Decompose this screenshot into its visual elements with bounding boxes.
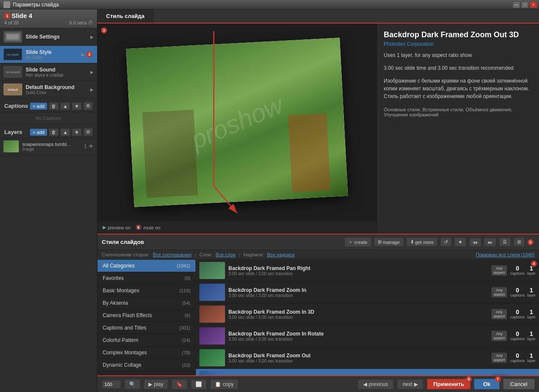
- fullscreen-button[interactable]: ⬜: [191, 379, 207, 389]
- category-item[interactable]: Favorites(0): [98, 272, 195, 285]
- next-button[interactable]: next ▶: [397, 379, 424, 389]
- badge-6: 6: [466, 376, 472, 382]
- style-description-ru: Изображение с белыми краями на фоне свое…: [384, 77, 532, 100]
- title-bar-title: Параметры слайда: [13, 2, 59, 8]
- category-count: (6): [185, 313, 190, 318]
- style-list-item[interactable]: Backdrop Dark Framed Pan Right 3.00 sec …: [196, 260, 539, 282]
- layer-label: layer: [527, 293, 536, 297]
- list-item[interactable]: snapwiresnaps.tumbl... Image 1 👁: [0, 138, 97, 155]
- star-icon: ★: [458, 239, 462, 245]
- title-bar: Параметры слайда — □ ×: [0, 0, 539, 9]
- style-item-name: Backdrop Dark Framed Zoom Out 3D: [228, 374, 492, 376]
- style-list-item[interactable]: Backdrop Dark Framed Zoom Out 3.00 sec s…: [196, 347, 539, 369]
- cancel-button[interactable]: Cancel: [503, 379, 535, 389]
- slide-position: 4 of 20: [4, 20, 19, 25]
- layer-label: layer: [527, 337, 536, 341]
- add-caption-button[interactable]: + add: [30, 103, 47, 110]
- refresh-button[interactable]: ↺: [440, 238, 452, 246]
- filter-captions-value[interactable]: Все надписи: [267, 252, 295, 257]
- filter-aspect-value[interactable]: Все соотношения: [153, 252, 191, 257]
- create-style-button[interactable]: ＋ create: [344, 237, 371, 247]
- badge-2: 2: [86, 51, 92, 57]
- eye-icon[interactable]: 👁: [89, 143, 94, 149]
- move-caption-up-button[interactable]: ▲: [60, 102, 70, 110]
- layer-count: 1: [530, 309, 533, 315]
- next-style-button[interactable]: ⏭: [484, 238, 496, 246]
- default-bg-item[interactable]: default Default Background Solid Color ▶: [0, 81, 97, 98]
- category-item[interactable]: Complex Montages(78): [98, 347, 195, 359]
- category-item[interactable]: All Categories(1041): [98, 260, 195, 272]
- no-sound-badge: no sound: [6, 70, 20, 74]
- manage-styles-button[interactable]: ⊞ manage: [374, 238, 404, 246]
- move-layer-down-button[interactable]: ▼: [72, 128, 82, 136]
- category-name: Colorful Pattern: [103, 337, 138, 343]
- preview-on-button[interactable]: ▶ preview on: [103, 225, 130, 230]
- right-panel: Стиль слайда 3 proshow: [98, 9, 539, 392]
- slide-preview: proshow: [126, 38, 348, 207]
- style-item-meta: 3.00 sec slide / 3.00 sec transition: [228, 315, 492, 320]
- copy-button[interactable]: 📋 copy: [210, 379, 238, 389]
- style-tags: Основные стили, Встроенные стили, Объёмн…: [384, 107, 532, 117]
- caption-settings-button[interactable]: ⚙: [83, 102, 93, 110]
- move-caption-down-button[interactable]: ▼: [72, 102, 82, 110]
- previous-button[interactable]: ◀ previous: [358, 379, 394, 389]
- minimize-button[interactable]: —: [512, 1, 520, 8]
- close-button[interactable]: ×: [530, 1, 537, 8]
- delete-caption-button[interactable]: 🗑: [49, 102, 59, 110]
- category-item[interactable]: Basic Montages(116): [98, 285, 195, 297]
- style-item-meta: 3.00 sec slide / 3.00 sec transition: [228, 293, 492, 298]
- maximize-button[interactable]: □: [521, 1, 529, 8]
- settings-thumb-icon: [3, 31, 22, 43]
- category-item[interactable]: Dynamic Collage(10): [98, 359, 195, 371]
- category-item[interactable]: Camera Flash Effects(6): [98, 309, 195, 322]
- category-item[interactable]: By Aksenia(54): [98, 297, 195, 309]
- favorite-button[interactable]: ★: [454, 238, 466, 246]
- category-name: Captions and Titles: [103, 325, 146, 331]
- mute-on-button[interactable]: 🔇 mute on: [136, 225, 160, 230]
- preview-canvas: proshow: [98, 24, 376, 221]
- style-item-name: Backdrop Dark Framed Zoom In: [228, 287, 492, 293]
- category-item[interactable]: Captions and Titles(301): [98, 322, 195, 334]
- add-layer-button[interactable]: + add: [30, 129, 47, 136]
- download-icon: ⬇: [410, 239, 414, 245]
- tab-slide-style[interactable]: Стиль слайда: [98, 9, 154, 24]
- sound-title: Slide Sound: [26, 67, 90, 73]
- move-layer-up-button[interactable]: ▲: [60, 128, 70, 136]
- styles-list: Backdrop Dark Framed Pan Right 3.00 sec …: [196, 260, 539, 375]
- layers-label: Layers: [4, 129, 22, 135]
- apply-button[interactable]: Применить: [427, 379, 471, 389]
- delete-layer-button[interactable]: 🗑: [49, 128, 59, 136]
- play-button[interactable]: ▶ play: [144, 379, 168, 389]
- style-list-item[interactable]: Backdrop Dark Framed Zoom In Rotate 3.00…: [196, 325, 539, 347]
- get-more-button[interactable]: ⬇ get more: [406, 238, 438, 246]
- filter-aspect-label: Соотношение сторон:: [102, 252, 149, 257]
- copy-icon: 📋: [215, 381, 221, 387]
- layer-count: 1: [530, 374, 533, 375]
- zoom-input[interactable]: [102, 380, 121, 389]
- bookmark-button[interactable]: 🔖: [172, 379, 187, 389]
- layer-type: Image: [22, 147, 84, 151]
- styles-content: 4 All Categories(1041)Favorites(0)Basic …: [98, 260, 539, 375]
- captions-label: Captions: [4, 103, 28, 109]
- prev-style-button[interactable]: ⏮: [469, 238, 481, 246]
- list-view-button[interactable]: ☰: [499, 238, 511, 246]
- style-list-item[interactable]: Backdrop Dark Framed Zoom In 3.00 sec sl…: [196, 282, 539, 303]
- style-item-meta: 3.00 sec slide / 3.00 sec transition: [228, 271, 492, 276]
- slide-settings-item[interactable]: Slide Settings ▶: [0, 28, 97, 46]
- zoom-search-button[interactable]: 🔍: [124, 379, 140, 389]
- category-count: (10): [182, 362, 190, 368]
- style-list-item[interactable]: Backdrop Dark Framed Zoom Out 3D 3.00 se…: [196, 369, 539, 375]
- layer-settings-button[interactable]: ⚙: [83, 128, 93, 136]
- down-layer-icon: ▼: [74, 130, 79, 135]
- filter-layers-value[interactable]: Все слои: [216, 252, 235, 257]
- tab-bar: Стиль слайда: [98, 9, 539, 24]
- grid-view-button[interactable]: ⊞: [513, 238, 525, 246]
- bg-sub: Solid Color: [26, 90, 90, 95]
- slide-sound-item[interactable]: no sound Slide Sound Нет звука в слайде …: [0, 63, 97, 81]
- trash-layer-icon: 🗑: [51, 130, 56, 135]
- style-list-item[interactable]: Backdrop Dark Framed Zoom In 3D 3.00 sec…: [196, 303, 539, 325]
- category-item[interactable]: Colorful Pattern(24): [98, 334, 195, 347]
- style-description-1: Uses 1 layer, for any aspect ratio show: [384, 51, 532, 59]
- slide-style-item[interactable]: no style Slide Style No Style ▶ 2: [0, 46, 97, 63]
- style-item-name: Backdrop Dark Framed Zoom Out: [228, 353, 492, 359]
